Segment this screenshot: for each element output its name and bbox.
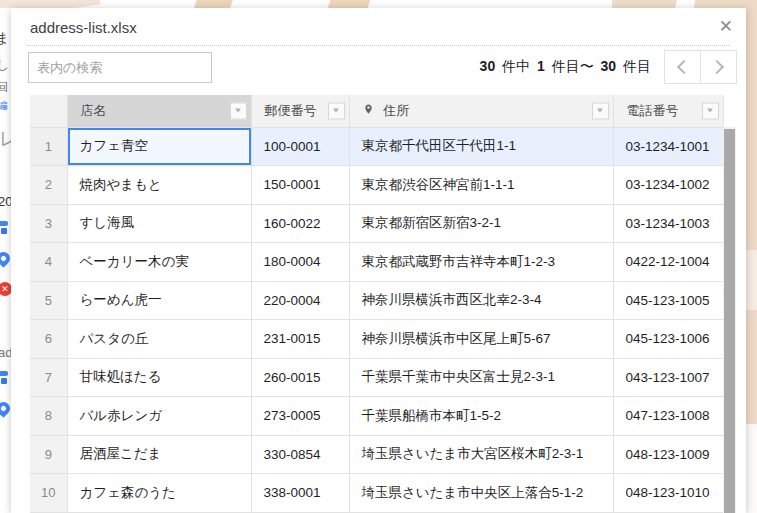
table-row: 9 居酒屋こだま 330-0854 埼玉県さいたま市大宮区桜木町2-3-1 04… bbox=[30, 435, 723, 474]
background-text-fragment: 20 bbox=[0, 194, 11, 209]
pagination-start-label: 件目〜 bbox=[552, 58, 594, 74]
dialog-title: address-list.xlsx bbox=[30, 19, 137, 36]
store-cell[interactable]: カフェ森のうた bbox=[67, 474, 251, 513]
phone-cell[interactable]: 03-1234-1001 bbox=[613, 127, 723, 166]
filter-icon[interactable] bbox=[230, 102, 247, 119]
chevron-right-icon bbox=[710, 60, 724, 74]
store-cell[interactable]: ベーカリー木の実 bbox=[67, 243, 251, 282]
filter-icon[interactable] bbox=[592, 102, 609, 119]
store-cell[interactable]: バル赤レンガ bbox=[67, 397, 251, 436]
address-cell[interactable]: 東京都渋谷区神宮前1-1-1 bbox=[349, 166, 613, 205]
scrollbar-thumb[interactable] bbox=[724, 129, 735, 513]
zip-cell[interactable]: 100-0001 bbox=[251, 127, 349, 166]
store-cell[interactable]: 焼肉やまもと bbox=[67, 166, 251, 205]
zip-cell[interactable]: 160-0022 bbox=[251, 204, 349, 243]
table-row: 5 らーめん虎一 220-0004 神奈川県横浜市西区北幸2-3-4 045-1… bbox=[30, 281, 723, 320]
zip-cell[interactable]: 180-0004 bbox=[251, 243, 349, 282]
background-text-fragment: レ bbox=[0, 126, 11, 152]
phone-cell[interactable]: 047-123-1008 bbox=[613, 397, 723, 436]
pagination-end: 30 bbox=[601, 58, 617, 74]
zip-cell[interactable]: 330-0854 bbox=[251, 435, 349, 474]
row-number-cell[interactable]: 7 bbox=[30, 358, 67, 397]
phone-cell[interactable]: 045-123-1006 bbox=[613, 320, 723, 359]
table-row: 6 パスタの丘 231-0015 神奈川県横浜市中区尾上町5-67 045-12… bbox=[30, 320, 723, 359]
address-cell[interactable]: 東京都千代田区千代田1-1 bbox=[349, 127, 613, 166]
chevron-left-icon bbox=[677, 60, 691, 74]
column-label: 店名 bbox=[81, 103, 107, 118]
flag-icon bbox=[0, 221, 10, 235]
row-number-cell[interactable]: 3 bbox=[30, 204, 67, 243]
table-row: 2 焼肉やまもと 150-0001 東京都渋谷区神宮前1-1-1 03-1234… bbox=[30, 166, 723, 205]
flag-icon bbox=[0, 371, 10, 385]
zip-cell[interactable]: 260-0015 bbox=[251, 358, 349, 397]
row-number-cell[interactable]: 1 bbox=[30, 127, 67, 166]
address-cell[interactable]: 埼玉県さいたま市中央区上落合5-1-2 bbox=[349, 474, 613, 513]
table-search-input[interactable] bbox=[28, 52, 212, 83]
background-text-fragment: し bbox=[0, 56, 9, 74]
zip-cell[interactable]: 150-0001 bbox=[251, 166, 349, 205]
background-page-sliver: まし し 回 編 レ 20 ✕ ad bbox=[0, 8, 11, 513]
column-label: 電話番号 bbox=[627, 103, 679, 118]
address-cell[interactable]: 千葉県船橋市本町1-5-2 bbox=[349, 397, 613, 436]
prev-page-button[interactable] bbox=[664, 50, 701, 84]
vertical-scrollbar bbox=[723, 127, 736, 513]
pagination-end-label: 件目 bbox=[623, 58, 651, 74]
row-number-cell[interactable]: 8 bbox=[30, 397, 67, 436]
store-cell[interactable]: らーめん虎一 bbox=[67, 281, 251, 320]
column-header-address[interactable]: 住所 bbox=[349, 95, 613, 127]
pagination-total-label: 件中 bbox=[502, 58, 530, 74]
data-table: 店名 郵便番号 住所 電話番号 1 カフェ青 bbox=[30, 95, 723, 513]
row-number-cell[interactable]: 6 bbox=[30, 320, 67, 359]
address-cell[interactable]: 東京都武蔵野市吉祥寺本町1-2-3 bbox=[349, 243, 613, 282]
address-cell[interactable]: 東京都新宿区新宿3-2-1 bbox=[349, 204, 613, 243]
phone-cell[interactable]: 048-123-1010 bbox=[613, 474, 723, 513]
next-page-button[interactable] bbox=[700, 50, 737, 84]
map-pin-icon bbox=[0, 399, 11, 417]
pagination: 30 件中 1 件目〜 30 件目 bbox=[480, 50, 737, 84]
zip-cell[interactable]: 273-0005 bbox=[251, 397, 349, 436]
column-header-phone[interactable]: 電話番号 bbox=[613, 95, 723, 127]
zip-cell[interactable]: 220-0004 bbox=[251, 281, 349, 320]
table-row: 1 カフェ青空 100-0001 東京都千代田区千代田1-1 03-1234-1… bbox=[30, 127, 723, 166]
header-row: 店名 郵便番号 住所 電話番号 bbox=[30, 95, 723, 127]
row-number-cell[interactable]: 5 bbox=[30, 281, 67, 320]
address-cell[interactable]: 埼玉県さいたま市大宮区桜木町2-3-1 bbox=[349, 435, 613, 474]
store-cell[interactable]: すし海風 bbox=[67, 204, 251, 243]
store-cell[interactable]: カフェ青空 bbox=[67, 127, 251, 166]
zip-cell[interactable]: 338-0001 bbox=[251, 474, 349, 513]
address-cell[interactable]: 千葉県千葉市中央区富士見2-3-1 bbox=[349, 358, 613, 397]
row-number-cell[interactable]: 9 bbox=[30, 435, 67, 474]
filter-icon[interactable] bbox=[702, 102, 719, 119]
row-number-cell[interactable]: 10 bbox=[30, 474, 67, 513]
address-cell[interactable]: 神奈川県横浜市中区尾上町5-67 bbox=[349, 320, 613, 359]
column-label: 郵便番号 bbox=[265, 103, 317, 118]
store-cell[interactable]: 甘味処ほたる bbox=[67, 358, 251, 397]
pagination-start: 1 bbox=[537, 58, 545, 74]
table-row: 4 ベーカリー木の実 180-0004 東京都武蔵野市吉祥寺本町1-2-3 04… bbox=[30, 243, 723, 282]
phone-cell[interactable]: 03-1234-1002 bbox=[613, 166, 723, 205]
phone-cell[interactable]: 048-123-1009 bbox=[613, 435, 723, 474]
phone-cell[interactable]: 043-123-1007 bbox=[613, 358, 723, 397]
table-row: 3 すし海風 160-0022 東京都新宿区新宿3-2-1 03-1234-10… bbox=[30, 204, 723, 243]
filter-icon[interactable] bbox=[328, 102, 345, 119]
pagination-total: 30 bbox=[480, 58, 496, 74]
column-header-zip[interactable]: 郵便番号 bbox=[251, 95, 349, 127]
row-number-cell[interactable]: 2 bbox=[30, 166, 67, 205]
zip-cell[interactable]: 231-0015 bbox=[251, 320, 349, 359]
close-icon[interactable]: ✕ bbox=[719, 18, 733, 35]
background-text-fragment: 編 bbox=[0, 98, 8, 113]
address-cell[interactable]: 神奈川県横浜市西区北幸2-3-4 bbox=[349, 281, 613, 320]
row-number-cell[interactable]: 4 bbox=[30, 243, 67, 282]
phone-cell[interactable]: 03-1234-1003 bbox=[613, 204, 723, 243]
corner-header-cell[interactable] bbox=[30, 95, 67, 127]
phone-cell[interactable]: 0422-12-1004 bbox=[613, 243, 723, 282]
background-text-fragment: 回 bbox=[0, 80, 8, 95]
error-badge-icon: ✕ bbox=[0, 282, 11, 296]
phone-cell[interactable]: 045-123-1005 bbox=[613, 281, 723, 320]
background-text-fragment: ad bbox=[0, 345, 11, 360]
store-cell[interactable]: パスタの丘 bbox=[67, 320, 251, 359]
column-header-store[interactable]: 店名 bbox=[67, 95, 251, 127]
column-label: 住所 bbox=[383, 103, 409, 118]
store-cell[interactable]: 居酒屋こだま bbox=[67, 435, 251, 474]
map-pin-icon bbox=[0, 249, 11, 267]
